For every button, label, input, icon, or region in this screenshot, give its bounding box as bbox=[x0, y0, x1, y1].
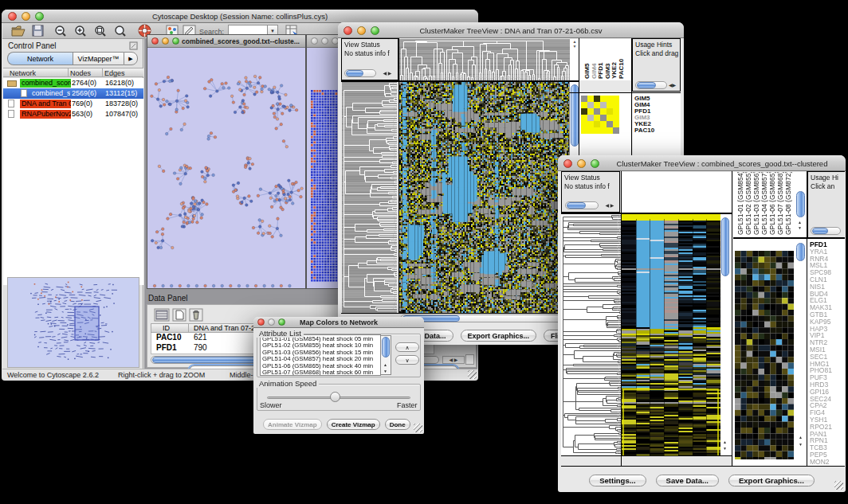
cytoscape-titlebar[interactable]: Cytoscape Desktop (Session Name: collins… bbox=[2, 10, 478, 23]
view-status-scrollbar[interactable] bbox=[344, 69, 376, 77]
tab[interactable]: VizMapper™ bbox=[73, 52, 124, 65]
column-label[interactable]: GPL51-02 (GSM855) bbox=[744, 172, 752, 235]
zoom-fit-icon[interactable] bbox=[114, 25, 127, 37]
network-row[interactable]: combined_sco 2569(6) 13112(15) bbox=[3, 88, 143, 99]
delete-attribute-icon[interactable] bbox=[189, 308, 203, 322]
attribute-list: GPL51-01 (GSM854) heat shock 05 minGPL51… bbox=[260, 334, 381, 376]
window-title: Cytoscape Desktop (Session Name: collins… bbox=[2, 12, 478, 21]
treeview-button[interactable]: Save Data... bbox=[656, 475, 719, 486]
column-label[interactable]: PAC10 bbox=[618, 59, 625, 79]
dialog-button[interactable]: Animate Vizmap bbox=[263, 419, 322, 430]
heatmap[interactable] bbox=[622, 214, 720, 455]
zoom-selected-icon[interactable] bbox=[94, 25, 107, 37]
treeview1-title: ClusterMaker TreeView : DNA and Tran 07-… bbox=[338, 26, 684, 35]
resize-grip[interactable] bbox=[468, 370, 477, 379]
column-label[interactable]: GPL51-03 (GSM856) bbox=[752, 172, 760, 235]
network-row[interactable]: DNA and Tran 07 769(0) 183728(0) bbox=[3, 99, 143, 109]
column-label[interactable]: GPL51-08 (GSM872) bbox=[784, 172, 792, 235]
heatmap-vscrollbar[interactable]: ▲▼ bbox=[720, 214, 731, 455]
usage-hints-scrollbar[interactable] bbox=[635, 81, 667, 89]
heatmap[interactable] bbox=[399, 82, 569, 313]
correlation-matrix[interactable] bbox=[581, 96, 619, 134]
tab[interactable]: Network bbox=[7, 52, 73, 65]
speed-slider-thumb[interactable] bbox=[330, 392, 340, 402]
row-dendrogram[interactable] bbox=[561, 214, 621, 455]
move-up-button[interactable]: ∧ bbox=[395, 342, 419, 352]
close-button[interactable] bbox=[311, 37, 318, 45]
data-hscroll-box[interactable] bbox=[465, 354, 474, 365]
network-row[interactable]: combined_scores 2764(0) 16218(0) bbox=[3, 78, 143, 88]
save-icon[interactable] bbox=[32, 25, 44, 37]
float-panel-icon[interactable] bbox=[129, 41, 138, 50]
dialog-button[interactable]: Create Vizmap bbox=[327, 419, 380, 430]
move-down-button[interactable]: ∨ bbox=[395, 355, 419, 365]
view-status-text: No status info f bbox=[564, 182, 610, 190]
network-view-window: combined_scores_good.txt--cluste... bbox=[147, 34, 306, 289]
control-panel-title: Control Panel bbox=[8, 41, 57, 50]
col-nodes[interactable]: Nodes bbox=[70, 69, 91, 77]
zoom-in-icon[interactable] bbox=[74, 25, 87, 37]
table-mode-icon[interactable] bbox=[154, 308, 170, 322]
attribute-item[interactable]: GPL51-07 (GSM868) heat shock 60 min bbox=[261, 369, 380, 376]
row-label[interactable]: PAC10 bbox=[634, 127, 681, 134]
column-label[interactable]: GIM5 bbox=[583, 63, 591, 79]
zoom-out-icon[interactable] bbox=[54, 25, 67, 37]
treeview-button[interactable]: Export Graphics... bbox=[728, 475, 815, 486]
close-button[interactable] bbox=[563, 159, 572, 168]
minimize-button[interactable] bbox=[577, 159, 586, 168]
usage-hints-scrollbar[interactable] bbox=[811, 227, 841, 235]
genes-vscrollbar[interactable]: ▲▼ bbox=[795, 239, 807, 466]
status-welcome: Welcome to Cytoscape 2.6.2 bbox=[7, 371, 99, 379]
close-button[interactable] bbox=[151, 37, 159, 45]
treeview1-titlebar[interactable]: ClusterMaker TreeView : DNA and Tran 07-… bbox=[338, 22, 684, 38]
treeview-button[interactable]: Export Graphics... bbox=[461, 330, 537, 342]
col-edges[interactable]: Edges bbox=[104, 69, 125, 77]
col-network[interactable]: Network bbox=[10, 69, 36, 77]
scroll-arrows[interactable]: ◀▶ bbox=[669, 82, 680, 89]
control-panel: Control Panel NetworkVizMapper™▶ Network… bbox=[3, 39, 143, 369]
new-attribute-icon[interactable] bbox=[172, 308, 186, 322]
minimize-button[interactable] bbox=[321, 37, 328, 45]
zoom-button[interactable] bbox=[591, 159, 599, 168]
tab[interactable]: ▶ bbox=[124, 52, 138, 65]
zoom-heatmap[interactable] bbox=[735, 251, 794, 459]
resize-grip[interactable] bbox=[834, 481, 843, 490]
resize-grip[interactable] bbox=[414, 424, 422, 432]
data-col-id[interactable]: ID bbox=[163, 324, 170, 332]
zoom-heatmap-pane bbox=[733, 239, 795, 466]
dialog-titlebar[interactable]: Map Colors to Network bbox=[253, 317, 424, 328]
column-label[interactable]: GPL51-07 (GSM868) bbox=[776, 172, 784, 235]
treeview2-title: ClusterMaker TreeView : combined_scores_… bbox=[602, 159, 842, 168]
row-dendrogram[interactable] bbox=[342, 82, 397, 313]
network-row[interactable]: RNAPuberNov2+! 563(0) 107847(0) bbox=[3, 109, 143, 119]
data-panel-title: Data Panel bbox=[148, 294, 187, 303]
view-status-title: View Status bbox=[564, 174, 600, 182]
labels-vscrollbar[interactable]: ▲▼ bbox=[795, 172, 807, 237]
scroll-arrows[interactable]: ◀ ▶ bbox=[379, 70, 396, 77]
heatmap-hscrollbar[interactable] bbox=[400, 315, 567, 322]
network-overview[interactable] bbox=[7, 277, 139, 368]
column-dendrogram[interactable] bbox=[399, 39, 570, 80]
treeview-button[interactable]: Settings... bbox=[589, 475, 646, 486]
column-labels-pane: GPL51-01 (GSM854)GPL51-02 (GSM855)GPL51-… bbox=[733, 172, 795, 237]
column-dendrogram-pane[interactable] bbox=[622, 172, 732, 213]
gene-labels-pane: PFD1YRA1RNR4MSL1SPC98CLN1NIS1BUD4ELG1MAK… bbox=[807, 239, 845, 466]
column-label[interactable]: GPL51-04 (GSM857) bbox=[760, 172, 768, 235]
column-label[interactable]: PFD1 bbox=[597, 63, 604, 79]
column-label[interactable]: GPL51-06 (GSM865) bbox=[768, 172, 776, 235]
view-status-title: View Status bbox=[344, 41, 380, 49]
dialog-button[interactable]: Done bbox=[385, 419, 410, 430]
minimize-button[interactable] bbox=[162, 37, 169, 45]
zoom-button[interactable] bbox=[172, 37, 179, 45]
attribute-list-scrollbar[interactable]: ▲▼ bbox=[381, 335, 391, 375]
view-status-scrollbar[interactable] bbox=[565, 201, 599, 209]
data-hscroll-arrows[interactable]: ◀ ▶ bbox=[442, 356, 465, 364]
column-label[interactable]: GPL51-01 (GSM854) bbox=[736, 172, 744, 235]
open-file-icon[interactable] bbox=[11, 25, 26, 37]
usage-hints-title: Usage Hi bbox=[811, 174, 838, 182]
treeview2-titlebar[interactable]: ClusterMaker TreeView : combined_scores_… bbox=[558, 155, 846, 171]
scroll-arrows[interactable]: ◀ ▶ bbox=[602, 202, 618, 209]
inner-titlebar[interactable]: combined_scores_good.txt--cluste... bbox=[147, 35, 305, 48]
gene-label[interactable]: MON2 bbox=[810, 459, 845, 466]
network-view-canvas[interactable] bbox=[148, 48, 304, 289]
